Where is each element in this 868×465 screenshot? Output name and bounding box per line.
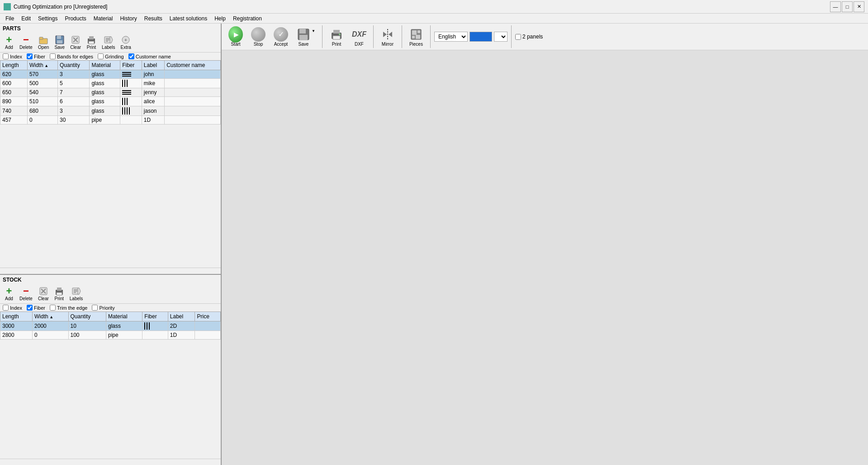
table-row[interactable]: 457 0 30 pipe 1D [0, 116, 221, 125]
close-button[interactable]: ✕ [854, 1, 864, 12]
parts-index-check[interactable]: Index [3, 53, 22, 59]
cell-price [195, 331, 221, 340]
parts-hscroll[interactable] [0, 268, 221, 274]
table-row[interactable]: 3000 2000 10 glass 2D [0, 321, 221, 331]
stop-button[interactable]: Stop [248, 26, 269, 48]
parts-add-button[interactable]: + Add [2, 34, 16, 51]
menu-material[interactable]: Material [90, 14, 117, 23]
parts-customer-check[interactable]: Customer name [128, 53, 171, 59]
cell-price [195, 321, 221, 331]
save-button[interactable]: Save ▼ [293, 26, 318, 48]
stop-icon [251, 27, 266, 42]
cell-quantity: 100 [68, 331, 106, 340]
parts-customer-checkbox[interactable] [128, 53, 134, 59]
menu-file[interactable]: File [2, 14, 18, 23]
col-label[interactable]: Label [142, 61, 164, 70]
col-quantity[interactable]: Quantity [57, 61, 89, 70]
panels-check[interactable]: 2 panels [515, 34, 543, 40]
stock-priority-checkbox[interactable] [92, 305, 98, 311]
menu-results[interactable]: Results [141, 14, 166, 23]
minimize-button[interactable]: — [830, 1, 841, 12]
stock-fiber-check[interactable]: Fiber [27, 305, 45, 311]
cell-length: 457 [0, 116, 28, 125]
menu-history[interactable]: History [116, 14, 140, 23]
table-row[interactable]: 890 510 6 glass alice [0, 97, 221, 106]
stock-clear-icon [38, 286, 48, 296]
stock-index-check[interactable]: Index [3, 305, 22, 311]
parts-table-container[interactable]: Length Width Quantity Material Fiber Lab… [0, 60, 221, 268]
table-row[interactable]: 2800 0 100 pipe 1D [0, 331, 221, 340]
parts-open-button[interactable]: Open [36, 34, 51, 51]
stock-col-material[interactable]: Material [106, 312, 142, 321]
cell-label: john [142, 70, 164, 79]
stock-trim-checkbox[interactable] [50, 305, 56, 311]
color-dropdown[interactable] [494, 32, 508, 42]
stock-col-width[interactable]: Width [33, 312, 68, 321]
menu-settings[interactable]: Settings [34, 14, 61, 23]
table-row[interactable]: 600 500 5 glass mike [0, 79, 221, 88]
parts-delete-button[interactable]: − Delete [17, 34, 35, 51]
panels-checkbox[interactable] [515, 34, 521, 40]
maximize-button[interactable]: □ [842, 1, 853, 12]
stock-add-button[interactable]: + Add [2, 285, 16, 302]
parts-index-checkbox[interactable] [3, 53, 9, 59]
parts-save-button[interactable]: Save [52, 34, 67, 51]
stock-col-length[interactable]: Length [0, 312, 33, 321]
menu-registration[interactable]: Registration [229, 14, 266, 23]
stock-fiber-checkbox[interactable] [27, 305, 33, 311]
stock-col-quantity[interactable]: Quantity [68, 312, 106, 321]
menu-edit[interactable]: Edit [18, 14, 34, 23]
stock-col-label[interactable]: Label [168, 312, 195, 321]
stock-delete-button[interactable]: − Delete [17, 285, 35, 302]
stock-priority-check[interactable]: Priority [92, 305, 114, 311]
pieces-button[interactable]: Pieces [406, 26, 427, 48]
table-row[interactable]: 650 540 7 glass jenny [0, 88, 221, 97]
parts-bands-check[interactable]: Bands for edges [50, 53, 93, 59]
cell-label: jason [142, 106, 164, 116]
stock-hscroll[interactable] [0, 459, 221, 465]
print-button[interactable]: Print [326, 26, 347, 48]
svg-rect-40 [412, 30, 417, 35]
stock-col-price[interactable]: Price [195, 312, 221, 321]
stock-labels-button[interactable]: Labels [67, 285, 85, 302]
col-length[interactable]: Length [0, 61, 28, 70]
stock-trim-check[interactable]: Trim the edge [50, 305, 87, 311]
parts-labels-button[interactable]: Labels [100, 34, 117, 51]
mirror-button[interactable]: Mirror [377, 26, 398, 48]
start-button[interactable]: Start [225, 26, 246, 48]
save-dropdown-arrow[interactable]: ▼ [312, 27, 315, 33]
parts-fiber-check[interactable]: Fiber [27, 53, 45, 59]
parts-grinding-checkbox[interactable] [98, 53, 104, 59]
stock-col-fiber[interactable]: Fiber [142, 312, 168, 321]
parts-bands-checkbox[interactable] [50, 53, 56, 59]
cell-length: 2800 [0, 331, 33, 340]
stock-print-button[interactable]: Print [52, 285, 66, 302]
table-row[interactable]: 740 680 3 glass jason [0, 106, 221, 116]
dxf-button[interactable]: DXF DXF [349, 26, 370, 48]
col-width[interactable]: Width [27, 61, 57, 70]
col-fiber[interactable]: Fiber [120, 61, 142, 70]
svg-rect-42 [412, 36, 415, 38]
parts-grinding-check[interactable]: Grinding [98, 53, 124, 59]
parts-fiber-checkbox[interactable] [27, 53, 33, 59]
cell-label: 1D [142, 116, 164, 125]
stock-table-container[interactable]: Length Width Quantity Material Fiber Lab… [0, 312, 221, 459]
parts-clear-button[interactable]: Clear [68, 34, 83, 51]
col-customer[interactable]: Customer name [165, 61, 221, 70]
svg-rect-22 [57, 288, 62, 291]
menu-latest-solutions[interactable]: Latest solutions [166, 14, 211, 23]
stock-index-checkbox[interactable] [3, 305, 9, 311]
language-select[interactable]: English French German Spanish [434, 32, 468, 42]
table-row[interactable]: 620 570 3 glass john [0, 70, 221, 79]
menu-help[interactable]: Help [211, 14, 229, 23]
cell-fiber [120, 79, 142, 88]
parts-print-button[interactable]: Print [84, 34, 99, 51]
cell-customer [165, 70, 221, 79]
menu-products[interactable]: Products [61, 14, 90, 23]
stock-clear-button[interactable]: Clear [36, 285, 51, 302]
col-material[interactable]: Material [90, 61, 120, 70]
accept-button[interactable]: ✓ Accept [270, 26, 291, 48]
parts-extra-button[interactable]: + Extra [119, 34, 133, 51]
stock-delete-icon: − [21, 286, 31, 296]
color-picker[interactable] [470, 32, 492, 42]
